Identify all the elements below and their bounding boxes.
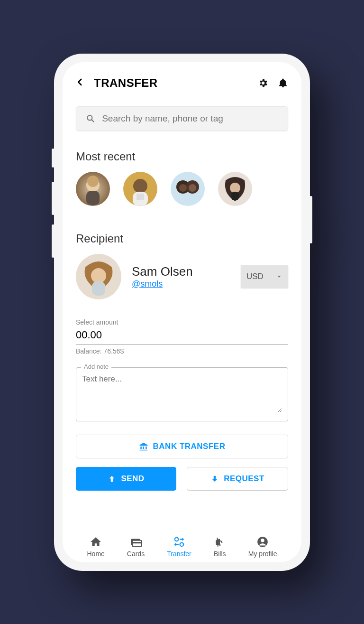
- home-icon: [90, 536, 102, 548]
- nav-transfer[interactable]: Transfer: [167, 536, 191, 558]
- notifications-button[interactable]: [278, 78, 288, 88]
- page-title: TRANSFER: [94, 76, 248, 90]
- recent-contact-1[interactable]: [76, 172, 110, 206]
- most-recent-label: Most recent: [76, 150, 288, 163]
- svg-point-5: [87, 176, 99, 187]
- nav-profile-label: My profile: [248, 550, 277, 558]
- gear-icon: [258, 78, 268, 88]
- recent-contacts: [76, 172, 288, 206]
- currency-value: USD: [246, 272, 264, 281]
- nav-home-label: Home: [87, 550, 104, 558]
- settings-button[interactable]: [258, 78, 268, 88]
- currency-select[interactable]: USD: [241, 265, 288, 288]
- send-label: SEND: [121, 474, 144, 484]
- bank-transfer-label: BANK TRANSFER: [153, 442, 226, 451]
- search-input-container[interactable]: [76, 106, 288, 131]
- back-button[interactable]: [76, 77, 84, 89]
- bank-transfer-button[interactable]: BANK TRANSFER: [76, 435, 288, 458]
- dropdown-arrow-icon: [276, 273, 282, 280]
- balance-text: Balance: 76.56$: [76, 347, 288, 355]
- note-field: Add note: [76, 367, 288, 421]
- note-legend: Add note: [81, 363, 111, 370]
- nav-profile[interactable]: My profile: [248, 536, 277, 558]
- profile-icon: [256, 536, 269, 548]
- svg-rect-4: [86, 191, 100, 205]
- recipient-tag-link[interactable]: @smols: [132, 279, 163, 289]
- recent-contact-3[interactable]: [171, 172, 205, 206]
- svg-point-13: [179, 184, 187, 192]
- cards-icon: [130, 536, 142, 548]
- svg-rect-9: [136, 194, 144, 200]
- svg-point-7: [133, 179, 147, 193]
- svg-point-28: [261, 538, 264, 542]
- svg-point-14: [189, 184, 196, 192]
- svg-point-24: [175, 537, 179, 541]
- nav-home[interactable]: Home: [87, 536, 104, 558]
- nav-cards-label: Cards: [127, 550, 145, 558]
- svg-rect-23: [132, 542, 142, 543]
- nav-bills[interactable]: Bills: [214, 536, 226, 558]
- request-button[interactable]: REQUEST: [187, 467, 288, 491]
- chevron-left-icon: [76, 78, 84, 86]
- header: TRANSFER: [76, 76, 288, 90]
- nav-bills-label: Bills: [214, 550, 226, 558]
- svg-rect-17: [231, 192, 239, 200]
- recipient-name: Sam Olsen: [132, 264, 230, 279]
- transfer-icon: [173, 536, 185, 548]
- svg-point-19: [91, 268, 106, 283]
- amount-input[interactable]: [76, 328, 288, 345]
- bell-icon: [278, 78, 288, 88]
- phone-frame: TRANSFER Most recent: [54, 54, 310, 571]
- svg-line-1: [92, 120, 94, 121]
- screen: TRANSFER Most recent: [63, 62, 301, 562]
- bank-icon: [139, 442, 148, 451]
- svg-rect-20: [92, 281, 105, 296]
- bottom-nav: Home Cards Transfer: [76, 529, 288, 558]
- recipient-row: Sam Olsen @smols USD: [76, 254, 288, 299]
- nav-transfer-label: Transfer: [167, 550, 191, 558]
- request-label: REQUEST: [224, 474, 264, 484]
- recent-contact-4[interactable]: [218, 172, 252, 206]
- bills-icon: [214, 536, 226, 548]
- note-textarea[interactable]: [82, 374, 282, 412]
- amount-label: Select amount: [76, 318, 288, 326]
- send-button[interactable]: SEND: [76, 467, 176, 491]
- arrow-down-icon: [210, 475, 219, 483]
- arrow-up-icon: [108, 475, 116, 483]
- recipient-label: Recipient: [76, 232, 288, 245]
- recipient-avatar[interactable]: [76, 254, 121, 299]
- search-input[interactable]: [102, 113, 278, 124]
- svg-point-26: [219, 544, 220, 545]
- nav-cards[interactable]: Cards: [127, 536, 145, 558]
- search-icon: [86, 113, 95, 124]
- svg-point-16: [230, 183, 240, 193]
- svg-point-25: [180, 542, 184, 546]
- recent-contact-2[interactable]: [123, 172, 157, 206]
